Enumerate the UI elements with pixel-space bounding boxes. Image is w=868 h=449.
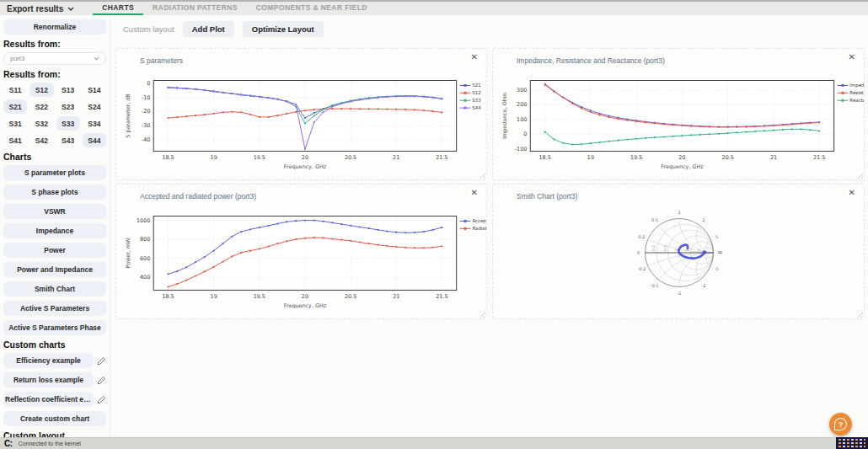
smith-chart-canvas[interactable]: 0.20.5125∞-5-2-1-0.5-0.200.20.5125	[493, 184, 864, 318]
panel-s-parameters: 18.51919.52020.52121.50-10-20-30-40S21S1…	[115, 48, 487, 180]
svg-text:0: 0	[147, 80, 150, 87]
s-cell-s24[interactable]: S24	[83, 99, 106, 114]
close-icon[interactable]: ✕	[849, 188, 855, 197]
svg-text:0: 0	[523, 131, 527, 137]
panel-title: Accepted and radiated power (port3)	[140, 192, 256, 200]
svg-text:300: 300	[517, 87, 527, 94]
s-cell-s31[interactable]: S31	[3, 116, 27, 131]
svg-text:Impedance: Impedance	[849, 83, 864, 88]
svg-text:0.5: 0.5	[651, 217, 658, 222]
svg-text:-2: -2	[702, 283, 706, 288]
svg-text:1000: 1000	[137, 217, 150, 224]
svg-text:∞: ∞	[717, 249, 723, 256]
svg-text:-1: -1	[678, 291, 682, 296]
svg-text:S parameter, dB: S parameter, dB	[125, 94, 131, 137]
edit-icon[interactable]	[97, 356, 106, 366]
svg-text:100: 100	[517, 116, 527, 123]
chart-button-s-parameter-plots[interactable]: S parameter plots	[3, 165, 106, 180]
s-cell-s14[interactable]: S14	[83, 83, 106, 97]
optimize-layout-button[interactable]: Optimize Layout	[243, 21, 324, 37]
impedance-chart-canvas[interactable]: 18.51919.52020.52121.53002001000-100Impe…	[493, 49, 864, 179]
layout-name-label: Custom layout	[123, 24, 174, 34]
svg-text:21: 21	[393, 293, 399, 300]
svg-text:18.5: 18.5	[539, 154, 551, 161]
panel-title: Smith Chart (port3)	[517, 192, 577, 200]
custom-chart-return-loss-example[interactable]: Return loss example	[3, 372, 94, 388]
s-cell-s21[interactable]: S21	[3, 99, 27, 114]
s-cell-s44[interactable]: S44	[83, 133, 106, 147]
power-chart-canvas[interactable]: 18.51919.52020.52121.51000800600400Accep…	[116, 184, 486, 318]
svg-text:-0.2: -0.2	[638, 266, 646, 271]
svg-text:Frequency, GHz: Frequency, GHz	[284, 302, 327, 309]
close-icon[interactable]: ✕	[471, 188, 478, 197]
s-cell-s34[interactable]: S34	[83, 116, 106, 131]
s-cell-s13[interactable]: S13	[56, 83, 80, 97]
create-custom-chart-button[interactable]: Create custom chart	[3, 411, 106, 426]
port-select[interactable]: port3	[3, 52, 106, 65]
chart-button-active-s-parameters[interactable]: Active S Parameters	[3, 301, 106, 316]
chart-button-smith-chart[interactable]: Smith Chart	[3, 281, 106, 297]
svg-text:19: 19	[211, 293, 217, 300]
s-cell-s22[interactable]: S22	[29, 99, 53, 114]
custom-chart-efficiency-example[interactable]: Efficiency example	[3, 353, 94, 368]
custom-charts-heading: Custom charts	[3, 339, 106, 350]
s-cell-s12[interactable]: S12	[29, 83, 53, 97]
svg-text:-40: -40	[142, 136, 150, 143]
chart-button-power[interactable]: Power	[3, 243, 106, 258]
chart-button-power-and-impedance[interactable]: Power and Impedance	[3, 262, 106, 277]
s-cell-s42[interactable]: S42	[29, 133, 53, 147]
svg-text:0: 0	[637, 250, 640, 255]
svg-text:20: 20	[302, 154, 308, 161]
tab-charts[interactable]: CHARTS	[93, 2, 143, 15]
chart-button-vswr[interactable]: VSWR	[3, 204, 106, 219]
s-cell-s33[interactable]: S33	[56, 116, 80, 131]
svg-text:0.2: 0.2	[651, 245, 656, 251]
svg-text:S33: S33	[472, 98, 480, 103]
svg-text:18.5: 18.5	[162, 154, 174, 161]
svg-text:21: 21	[393, 154, 399, 161]
chart-button-impedance[interactable]: Impedance	[3, 223, 106, 238]
panel-title: Impedance, Resistance and Reactance (por…	[517, 56, 665, 65]
status-bar: C: Connected to the kernel	[0, 437, 868, 449]
s-cell-s11[interactable]: S11	[3, 83, 27, 97]
svg-text:2: 2	[703, 217, 705, 222]
question-mark-icon: ?	[834, 418, 847, 430]
close-icon[interactable]: ✕	[849, 52, 855, 61]
help-button[interactable]: ?	[829, 413, 852, 436]
svg-text:Reactance: Reactance	[849, 98, 864, 103]
export-results-button[interactable]: Export results	[7, 4, 74, 13]
custom-chart-reflection-coefficient[interactable]: Reflection coefficient exam...	[3, 392, 94, 407]
tab-components-near-field[interactable]: COMPONENTS & NEAR FIELD	[247, 2, 377, 15]
svg-text:Accepted power: Accepted power	[472, 218, 486, 224]
watermark	[836, 437, 868, 449]
svg-text:18.5: 18.5	[162, 293, 174, 300]
chart-button-s-phase-plots[interactable]: S phase plots	[3, 184, 106, 200]
panel-title: S parameters	[140, 56, 183, 65]
svg-text:Power, mW: Power, mW	[125, 238, 131, 269]
svg-text:-100: -100	[515, 146, 528, 152]
edit-icon[interactable]	[97, 376, 106, 385]
svg-text:200: 200	[517, 101, 527, 108]
edit-icon[interactable]	[97, 395, 106, 404]
chevron-down-icon	[67, 7, 74, 11]
s-parameters-chart-canvas[interactable]: 18.51919.52020.52121.50-10-20-30-40S21S1…	[116, 49, 486, 179]
svg-text:21.5: 21.5	[813, 154, 825, 161]
tab-radiation-patterns[interactable]: RADIATION PATTERNS	[143, 2, 247, 15]
svg-text:20.5: 20.5	[345, 154, 356, 161]
svg-text:5: 5	[697, 249, 701, 251]
close-icon[interactable]: ✕	[471, 52, 478, 61]
svg-text:0.5: 0.5	[663, 245, 667, 251]
svg-text:0.2: 0.2	[639, 234, 646, 239]
results-from-heading: Results from:	[3, 39, 106, 49]
svg-text:21.5: 21.5	[436, 293, 447, 300]
chart-button-active-s-parameters-phase[interactable]: Active S Parameters Phase	[3, 320, 106, 335]
s-cell-s32[interactable]: S32	[29, 116, 53, 131]
s-cell-s43[interactable]: S43	[56, 133, 80, 147]
svg-text:5: 5	[715, 234, 718, 239]
s-cell-s41[interactable]: S41	[3, 133, 27, 147]
add-plot-button[interactable]: Add Plot	[183, 21, 234, 37]
svg-text:Frequency, GHz: Frequency, GHz	[284, 163, 327, 170]
s-cell-s23[interactable]: S23	[56, 99, 80, 114]
renormalize-button[interactable]: Renormalize	[3, 19, 106, 35]
svg-text:1: 1	[678, 210, 680, 215]
